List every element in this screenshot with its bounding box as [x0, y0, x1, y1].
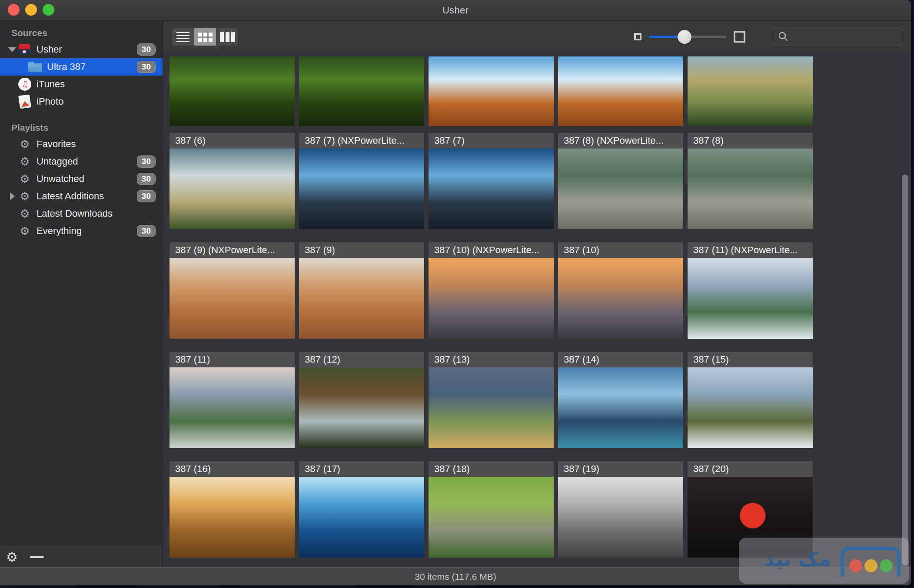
sidebar-item-untagged[interactable]: ⚙Untagged30 — [0, 153, 163, 170]
sidebar-item-everything[interactable]: ⚙Everything30 — [0, 222, 163, 240]
media-item-label: 387 (20) — [688, 461, 813, 477]
media-item[interactable]: 387 (15) — [688, 352, 813, 448]
gear-icon: ⚙ — [17, 172, 32, 185]
sidebar-item-label: Latest Downloads — [37, 208, 163, 219]
slider-knob[interactable] — [678, 30, 691, 44]
columns-view-button[interactable] — [216, 28, 238, 46]
media-item[interactable]: 387 (11) — [170, 352, 295, 448]
sidebar-item-unwatched[interactable]: ⚙Unwatched30 — [0, 170, 163, 188]
media-thumbnail[interactable] — [299, 149, 424, 229]
media-item-label: 387 (10) (NXPowerLite... — [429, 242, 554, 258]
media-item[interactable]: 387 (18) — [429, 461, 554, 558]
media-item-label: 387 (17) — [299, 461, 424, 477]
media-thumbnail[interactable] — [688, 56, 813, 126]
media-item-label: 387 (10) — [558, 242, 683, 258]
media-thumbnail[interactable] — [170, 367, 295, 448]
media-thumbnail[interactable] — [688, 367, 813, 448]
media-grid-row: 387 (6)387 (7) (NXPowerLite...387 (7)387… — [170, 133, 911, 229]
media-item[interactable] — [558, 56, 683, 126]
media-item[interactable] — [299, 56, 424, 126]
media-thumbnail[interactable] — [429, 367, 554, 448]
media-thumbnail[interactable] — [170, 149, 295, 229]
search-field[interactable] — [773, 27, 903, 46]
media-item[interactable]: 387 (9) (NXPowerLite... — [170, 242, 295, 339]
media-item[interactable]: 387 (7) (NXPowerLite... — [299, 133, 424, 229]
media-thumbnail[interactable] — [429, 258, 554, 339]
media-grid-viewport: 387 (6)387 (7) (NXPowerLite...387 (7)387… — [163, 52, 911, 567]
media-item[interactable]: 387 (19) — [558, 461, 683, 558]
media-thumbnail[interactable] — [170, 258, 295, 339]
media-grid-row: 387 (16)387 (17)387 (18)387 (19)387 (20) — [170, 461, 911, 558]
minimize-button[interactable] — [25, 4, 37, 16]
search-icon — [778, 31, 789, 42]
media-thumbnail[interactable] — [429, 56, 554, 126]
media-item[interactable]: 387 (10) (NXPowerLite... — [429, 242, 554, 339]
media-thumbnail[interactable] — [558, 367, 683, 448]
media-thumbnail[interactable] — [299, 367, 424, 448]
list-view-icon — [176, 32, 189, 42]
close-button[interactable] — [8, 4, 20, 16]
sidebar-item-label: iTunes — [37, 79, 163, 90]
disclosure-down-icon[interactable] — [7, 47, 17, 52]
media-item-label: 387 (19) — [558, 461, 683, 477]
sidebar: Sources Usher30Ultra 38730♫iTunesiPhoto … — [0, 21, 163, 567]
sidebar-item-ultra-387[interactable]: Ultra 38730 — [0, 58, 163, 76]
gear-icon: ⚙ — [17, 155, 32, 168]
media-thumbnail[interactable] — [299, 477, 424, 558]
grid-view-button[interactable] — [194, 28, 216, 46]
count-badge: 30 — [137, 190, 156, 202]
media-thumbnail[interactable] — [170, 56, 295, 126]
media-thumbnail[interactable] — [170, 477, 295, 558]
media-item[interactable]: 387 (14) — [558, 352, 683, 448]
media-thumbnail[interactable] — [299, 258, 424, 339]
media-item[interactable]: 387 (7) — [429, 133, 554, 229]
remove-button[interactable] — [30, 556, 44, 558]
disclosure-right-icon[interactable] — [7, 192, 17, 200]
media-item-label: 387 (16) — [170, 461, 295, 477]
media-thumbnail[interactable] — [558, 258, 683, 339]
vertical-scrollbar-thumb[interactable] — [902, 175, 908, 565]
media-item[interactable] — [170, 56, 295, 126]
media-item[interactable]: 387 (20) — [688, 461, 813, 558]
sidebar-item-usher[interactable]: Usher30 — [0, 41, 163, 58]
media-item-label: 387 (18) — [429, 461, 554, 477]
media-thumbnail[interactable] — [429, 149, 554, 229]
media-item[interactable]: 387 (8) — [688, 133, 813, 229]
sidebar-item-favorites[interactable]: ⚙Favorites — [0, 135, 163, 153]
sidebar-item-latest-additions[interactable]: ⚙Latest Additions30 — [0, 188, 163, 205]
media-thumbnail[interactable] — [688, 258, 813, 339]
sidebar-item-latest-downloads[interactable]: ⚙Latest Downloads — [0, 205, 163, 222]
media-item[interactable]: 387 (9) — [299, 242, 424, 339]
media-thumbnail[interactable] — [688, 149, 813, 229]
item-count-summary: 30 items (117.6 MB) — [415, 571, 496, 582]
media-item[interactable]: 387 (16) — [170, 461, 295, 558]
sidebar-item-itunes[interactable]: ♫iTunes — [0, 76, 163, 93]
count-badge: 30 — [137, 155, 156, 168]
action-gear-button[interactable]: ⚙ — [6, 551, 18, 564]
zoom-button[interactable] — [43, 4, 54, 16]
media-thumbnail[interactable] — [558, 149, 683, 229]
search-input[interactable] — [789, 27, 911, 46]
media-item[interactable] — [429, 56, 554, 126]
media-item[interactable]: 387 (12) — [299, 352, 424, 448]
media-item[interactable]: 387 (8) (NXPowerLite... — [558, 133, 683, 229]
media-thumbnail[interactable] — [688, 477, 813, 558]
media-item[interactable]: 387 (6) — [170, 133, 295, 229]
media-thumbnail[interactable] — [429, 477, 554, 558]
toolbar — [163, 21, 911, 52]
media-thumbnail[interactable] — [558, 56, 683, 126]
media-item[interactable] — [688, 56, 813, 126]
media-item[interactable]: 387 (13) — [429, 352, 554, 448]
media-thumbnail[interactable] — [299, 56, 424, 126]
count-badge: 30 — [137, 43, 156, 56]
list-view-button[interactable] — [172, 28, 194, 46]
sidebar-item-iphoto[interactable]: iPhoto — [0, 93, 163, 110]
grid-view-icon — [198, 33, 213, 42]
media-item[interactable]: 387 (11) (NXPowerLite... — [688, 242, 813, 339]
thumbnail-size-slider[interactable] — [649, 36, 726, 38]
media-item[interactable]: 387 (17) — [299, 461, 424, 558]
media-item[interactable]: 387 (10) — [558, 242, 683, 339]
media-thumbnail[interactable] — [558, 477, 683, 558]
count-badge: 30 — [137, 225, 156, 237]
titlebar: Usher — [0, 0, 911, 21]
